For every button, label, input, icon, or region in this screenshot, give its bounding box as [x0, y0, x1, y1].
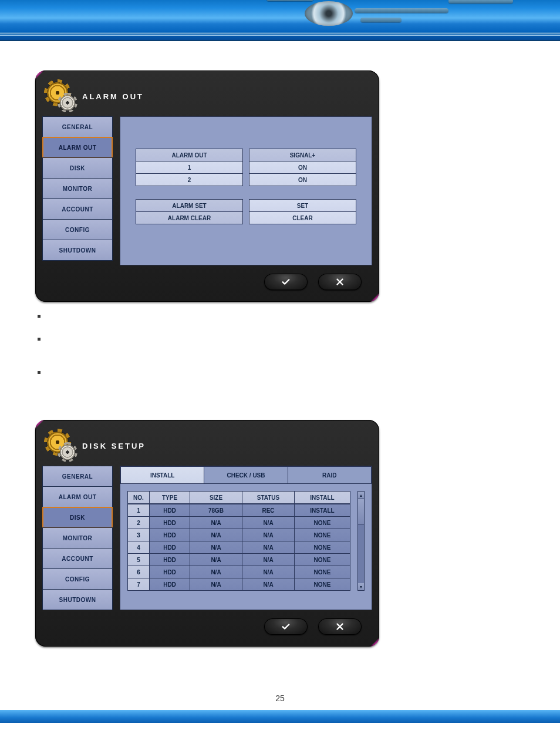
alarm-set-label: ALARM SET [136, 199, 243, 212]
cell-status: N/A [242, 541, 295, 554]
sidebar-item-alarm-out[interactable]: ALARM OUT [42, 137, 113, 158]
scroll-down-button[interactable]: ▼ [358, 583, 364, 590]
sidebar-item-disk[interactable]: DISK [42, 157, 113, 179]
cell-install[interactable]: NONE [294, 529, 350, 541]
cell-status: N/A [242, 553, 295, 566]
cell-status: N/A [242, 516, 295, 529]
col-no: NO. [127, 491, 150, 504]
col-size: SIZE [190, 491, 242, 504]
dialog-title: DISK SETUP [82, 442, 146, 450]
check-icon [281, 277, 291, 287]
sidebar-item-account[interactable]: ACCOUNT [42, 198, 113, 220]
scroll-up-button[interactable]: ▲ [358, 492, 364, 499]
table-row[interactable]: 4HDDN/AN/ANONE [127, 541, 356, 554]
check-icon [281, 621, 291, 632]
cell-status: N/A [242, 566, 295, 578]
table-row[interactable]: 1HDD78GBRECINSTALL [127, 504, 356, 517]
cell-type: HDD [149, 516, 190, 529]
dialog-corner [367, 635, 379, 647]
sidebar-item-monitor[interactable]: MONITOR [42, 527, 113, 549]
cell-no: 7 [127, 578, 150, 591]
table-row[interactable]: 2HDDN/AN/ANONE [127, 516, 356, 529]
sidebar-item-config[interactable]: CONFIG [42, 568, 113, 590]
table-row[interactable]: 5HDDN/AN/ANONE [127, 553, 356, 566]
ok-button[interactable] [264, 274, 308, 290]
alarm-channel-2-signal[interactable]: ON [249, 173, 356, 186]
cell-size: N/A [190, 553, 242, 566]
cell-no: 2 [127, 516, 150, 529]
alarm-channel-2: 2 [136, 173, 243, 186]
dialog-header: DISK SETUP [42, 427, 372, 466]
main-panel: INSTALL CHECK / USB RAID NO. TYPE SIZE S… [120, 466, 372, 610]
cell-size: N/A [190, 541, 242, 554]
alarm-set-button[interactable]: SET [249, 199, 356, 212]
cell-type: HDD [149, 566, 190, 578]
cell-type: HDD [149, 553, 190, 566]
sidebar: GENERAL ALARM OUT DISK MONITOR ACCOUNT C… [42, 116, 113, 265]
cell-size: N/A [190, 529, 242, 541]
sidebar-item-config[interactable]: CONFIG [42, 219, 113, 240]
cell-size: N/A [190, 566, 242, 578]
ok-button[interactable] [264, 618, 308, 635]
table-row[interactable]: 7HDDN/AN/ANONE [127, 578, 356, 591]
disk-setup-dialog: DISK SETUP GENERAL ALARM OUT DISK MONITO… [35, 420, 379, 647]
x-icon [335, 277, 345, 287]
sidebar-item-account[interactable]: ACCOUNT [42, 548, 113, 569]
alarm-clear-label: ALARM CLEAR [136, 211, 243, 224]
sidebar-item-shutdown[interactable]: SHUTDOWN [42, 589, 113, 610]
gears-icon [47, 82, 75, 110]
cell-install[interactable]: NONE [294, 516, 350, 529]
tab-check-usb[interactable]: CHECK / USB [204, 466, 288, 484]
table-scrollbar[interactable]: ▲ ▼ [357, 491, 365, 591]
cell-install[interactable]: NONE [294, 553, 350, 566]
page-number: 25 [0, 694, 560, 703]
scroll-thumb[interactable] [358, 499, 364, 524]
alarm-action-table: ALARM SET SET ALARM CLEAR CLEAR [136, 199, 356, 224]
banner-slit [266, 0, 313, 1]
cell-type: HDD [149, 504, 190, 517]
tab-install[interactable]: INSTALL [120, 466, 204, 484]
banner-slit [355, 8, 448, 13]
cell-no: 1 [127, 504, 150, 517]
cancel-button[interactable] [318, 618, 362, 635]
bullet-icon [38, 371, 41, 374]
alarm-channel-1-signal[interactable]: ON [249, 161, 356, 174]
scroll-track[interactable] [358, 499, 364, 583]
table-row[interactable]: 6HDDN/AN/ANONE [127, 566, 356, 578]
bullet-icon [38, 338, 41, 341]
alarm-out-header: ALARM OUT [136, 149, 243, 161]
banner-slit [360, 18, 402, 22]
cell-type: HDD [149, 578, 190, 591]
cell-no: 3 [127, 529, 150, 541]
cell-install[interactable]: NONE [294, 578, 350, 591]
sidebar-item-disk[interactable]: DISK [42, 507, 113, 528]
col-status: STATUS [242, 491, 295, 504]
page-top-banner [0, 0, 560, 41]
dialog-footer [42, 265, 372, 295]
cell-install[interactable]: NONE [294, 566, 350, 578]
cancel-button[interactable] [318, 274, 362, 290]
tab-raid[interactable]: RAID [288, 466, 372, 484]
cell-install[interactable]: INSTALL [294, 504, 350, 517]
alarm-clear-button[interactable]: CLEAR [249, 211, 356, 224]
cell-type: HDD [149, 529, 190, 541]
eye-icon [305, 1, 353, 26]
dialog-corner [367, 290, 379, 302]
cell-status: REC [242, 504, 295, 517]
gears-icon [47, 432, 75, 460]
cell-status: N/A [242, 578, 295, 591]
x-icon [335, 621, 345, 632]
cell-type: HDD [149, 541, 190, 554]
sidebar-item-alarm-out[interactable]: ALARM OUT [42, 486, 113, 507]
sidebar-item-general[interactable]: GENERAL [42, 116, 113, 137]
sidebar-item-monitor[interactable]: MONITOR [42, 178, 113, 199]
cell-size: N/A [190, 578, 242, 591]
cell-status: N/A [242, 529, 295, 541]
main-panel: ALARM OUT SIGNAL+ 1 ON 2 ON ALARM SET [120, 116, 372, 265]
tab-bar: INSTALL CHECK / USB RAID [120, 466, 372, 484]
table-row[interactable]: 3HDDN/AN/ANONE [127, 529, 356, 541]
alarm-signal-table: ALARM OUT SIGNAL+ 1 ON 2 ON [136, 149, 356, 186]
cell-install[interactable]: NONE [294, 541, 350, 554]
sidebar-item-shutdown[interactable]: SHUTDOWN [42, 240, 113, 261]
sidebar-item-general[interactable]: GENERAL [42, 466, 113, 487]
